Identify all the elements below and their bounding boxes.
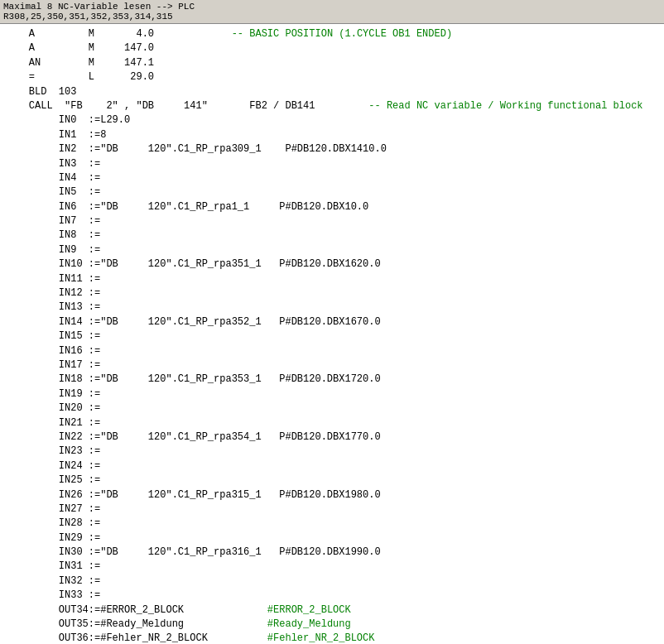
- code-line: IN18 :="DB 120".C1_RP_rpa353_1 P#DB120.D…: [5, 372, 659, 387]
- code-line: IN22 :="DB 120".C1_RP_rpa354_1 P#DB120.D…: [5, 430, 659, 445]
- code-line: IN24 :=: [5, 459, 659, 473]
- code-line: IN29 :=: [5, 531, 659, 545]
- code-line: IN25 :=: [5, 473, 659, 488]
- code-line: IN17 :=: [5, 358, 659, 372]
- header-title: Maximal 8 NC-Variable lesen --> PLC: [3, 2, 661, 12]
- code-line: IN15 :=: [5, 329, 659, 344]
- code-line: BLD 103: [5, 85, 659, 99]
- code-line: OUT35:=#Ready_Meldung #Ready_Meldung: [5, 618, 659, 632]
- code-line: IN28 :=: [5, 517, 659, 531]
- code-line: IN32 :=: [5, 574, 659, 589]
- code-line: IN10 :="DB 120".C1_RP_rpa351_1 P#DB120.D…: [5, 257, 659, 272]
- header: Maximal 8 NC-Variable lesen --> PLC R308…: [0, 0, 664, 24]
- code-line: IN8 :=: [5, 228, 659, 243]
- header-subtitle: R308,25,350,351,352,353,314,315: [3, 12, 661, 22]
- code-line: IN2 :="DB 120".C1_RP_rpa309_1 P#DB120.DB…: [5, 142, 659, 156]
- code-line: A M 4.0 -- BASIC POSITION (1.CYCLE OB1 E…: [5, 27, 659, 41]
- code-line: IN12 :=: [5, 286, 659, 300]
- code-line: IN0 :=L29.0: [5, 113, 659, 127]
- code-line: = L 29.0: [5, 70, 659, 84]
- code-line: IN26 :="DB 120".C1_RP_rpa315_1 P#DB120.D…: [5, 488, 659, 502]
- code-lines: A M 4.0 -- BASIC POSITION (1.CYCLE OB1 E…: [5, 27, 659, 644]
- code-line: IN5 :=: [5, 185, 659, 199]
- code-line: IN33 :=: [5, 589, 659, 603]
- code-line: IN19 :=: [5, 387, 659, 401]
- code-line: IN23 :=: [5, 445, 659, 459]
- code-line: IN14 :="DB 120".C1_RP_rpa352_1 P#DB120.D…: [5, 315, 659, 329]
- code-line: IN1 :=8: [5, 128, 659, 142]
- code-line: IN20 :=: [5, 401, 659, 416]
- code-line: CALL "FB 2" , "DB 141" FB2 / DB141 -- Re…: [5, 99, 659, 113]
- code-line: OUT36:=#Fehler_NR_2_BLOCK #Fehler_NR_2_B…: [5, 632, 659, 644]
- code-line: IN31 :=: [5, 560, 659, 574]
- code-line: IN13 :=: [5, 300, 659, 315]
- code-line: IN21 :=: [5, 416, 659, 430]
- code-line: IN6 :="DB 120".C1_RP_rpa1_1 P#DB120.DBX1…: [5, 200, 659, 214]
- code-line: IN11 :=: [5, 272, 659, 286]
- code-line: AN M 147.1: [5, 56, 659, 70]
- code-line: IN3 :=: [5, 157, 659, 171]
- code-line: IN30 :="DB 120".C1_RP_rpa316_1 P#DB120.D…: [5, 545, 659, 560]
- code-line: IN16 :=: [5, 344, 659, 358]
- code-area: A M 4.0 -- BASIC POSITION (1.CYCLE OB1 E…: [0, 24, 664, 644]
- code-line: IN7 :=: [5, 214, 659, 228]
- code-line: OUT34:=#ERROR_2_BLOCK #ERROR_2_BLOCK: [5, 603, 659, 618]
- code-line: IN27 :=: [5, 502, 659, 517]
- code-line: IN4 :=: [5, 171, 659, 185]
- code-line: IN9 :=: [5, 243, 659, 257]
- code-line: A M 147.0: [5, 41, 659, 55]
